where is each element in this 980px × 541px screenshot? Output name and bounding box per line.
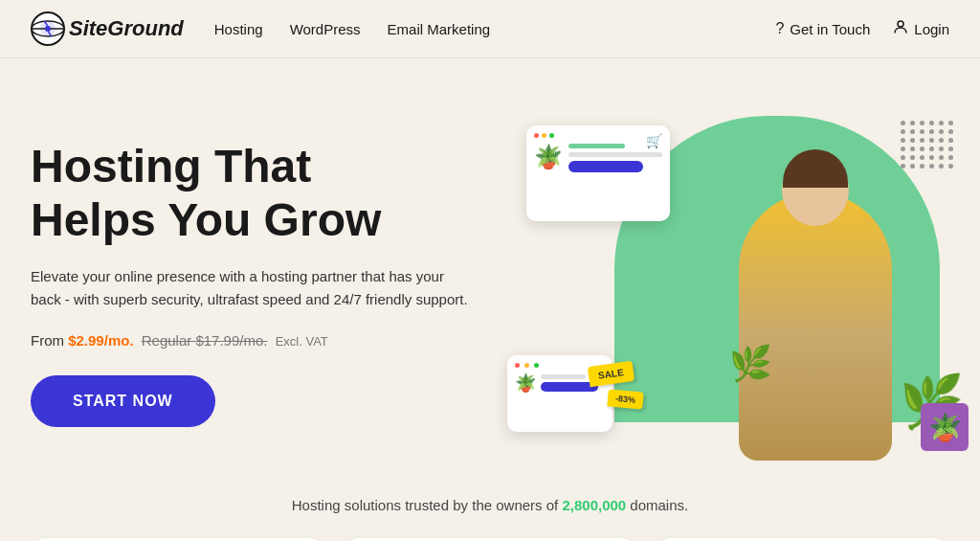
get-in-touch-label: Get in Touch <box>790 21 870 37</box>
hero-price: From $2.99/mo. Regular $17.99/mo. Excl. … <box>31 332 536 349</box>
login-button[interactable]: Login <box>893 19 949 38</box>
trust-highlight: 2,800,000 <box>562 497 626 513</box>
price-regular: Regular $17.99/mo. <box>142 332 268 349</box>
price-prefix: From <box>31 332 68 349</box>
navbar: SiteGround Hosting WordPress Email Marke… <box>0 0 980 58</box>
trust-bar: Hosting solutions trusted by the owners … <box>0 480 980 529</box>
plant-icon-bottom: 🪴 <box>515 372 536 394</box>
nav-links: Hosting WordPress Email Marketing <box>214 21 776 37</box>
get-in-touch-button[interactable]: ? Get in Touch <box>775 20 870 37</box>
woman-plant: 🌿 <box>729 344 772 384</box>
logo-text: SiteGround <box>69 16 184 41</box>
start-now-button[interactable]: START NOW <box>31 375 215 427</box>
line-green <box>568 144 625 148</box>
line-blue-button <box>568 161 643 172</box>
hero-description: Elevate your online presence with a host… <box>31 265 471 311</box>
login-label: Login <box>914 21 949 37</box>
browser-dots <box>534 133 662 138</box>
trust-text-after: domains. <box>626 497 688 513</box>
svg-point-5 <box>898 21 903 27</box>
hero-title: Hosting That Helps You Grow <box>31 140 536 245</box>
user-icon <box>893 19 908 38</box>
siteground-logo-icon <box>31 11 65 46</box>
purple-pot-decoration: 🪴 <box>921 403 969 451</box>
hero-woman-figure: 🌿 <box>710 145 921 461</box>
browser-mockup-top: 🛒 🪴 <box>526 125 670 221</box>
hero-content: Hosting That Helps You Grow Elevate your… <box>31 140 536 426</box>
nav-right: ? Get in Touch Login <box>775 19 949 38</box>
browser-card-content: 🪴 <box>534 144 662 172</box>
price-tag-decoration: SALE <box>589 364 634 384</box>
hero-image-area: 🛒 🪴 🪴 <box>536 106 949 461</box>
line-gray <box>568 152 662 157</box>
hero-section: Hosting That Helps You Grow Elevate your… <box>0 58 980 480</box>
trust-text-before: Hosting solutions trusted by the owners … <box>292 497 563 513</box>
nav-link-email-marketing[interactable]: Email Marketing <box>388 21 491 37</box>
nav-link-hosting[interactable]: Hosting <box>214 21 263 37</box>
cart-icon: 🛒 <box>646 133 662 148</box>
price-tag-decoration-2: -83% <box>608 391 643 408</box>
price-value: $2.99/mo. <box>68 332 133 349</box>
cards-row <box>0 529 980 541</box>
nav-link-wordpress[interactable]: WordPress <box>290 21 361 37</box>
logo[interactable]: SiteGround <box>31 11 184 46</box>
price-excl: Excl. VAT <box>276 334 328 349</box>
plant-icon-top: 🪴 <box>534 144 563 170</box>
question-icon: ? <box>775 20 784 37</box>
